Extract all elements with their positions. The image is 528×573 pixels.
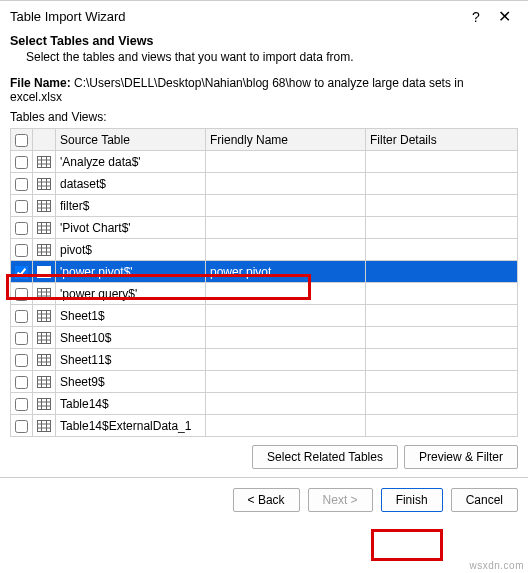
row-filter-details[interactable]: [366, 217, 518, 239]
header-source-table[interactable]: Source Table: [56, 129, 206, 151]
row-checkbox[interactable]: [15, 200, 28, 213]
header-description: Select the tables and views that you wan…: [10, 48, 518, 64]
row-filter-details[interactable]: [366, 151, 518, 173]
close-button[interactable]: ✕: [490, 7, 518, 26]
row-filter-details[interactable]: [366, 283, 518, 305]
row-friendly-name[interactable]: [206, 349, 366, 371]
row-checkbox-cell[interactable]: [11, 261, 33, 283]
row-checkbox-cell[interactable]: [11, 195, 33, 217]
row-friendly-name[interactable]: [206, 217, 366, 239]
row-checkbox[interactable]: [15, 288, 28, 301]
table-row[interactable]: 'power query$': [11, 283, 518, 305]
finish-button[interactable]: Finish: [381, 488, 443, 512]
table-row[interactable]: Sheet11$: [11, 349, 518, 371]
table-row[interactable]: 'power pivot$'power pivot: [11, 261, 518, 283]
table-icon: [37, 332, 51, 344]
row-source-table[interactable]: dataset$: [56, 173, 206, 195]
preview-filter-button[interactable]: Preview & Filter: [404, 445, 518, 469]
row-friendly-name[interactable]: power pivot: [206, 261, 366, 283]
row-friendly-name[interactable]: [206, 305, 366, 327]
row-checkbox-cell[interactable]: [11, 371, 33, 393]
table-row[interactable]: Sheet1$: [11, 305, 518, 327]
row-filter-details[interactable]: [366, 415, 518, 437]
row-checkbox-cell[interactable]: [11, 239, 33, 261]
row-source-table[interactable]: Sheet1$: [56, 305, 206, 327]
row-friendly-name[interactable]: [206, 327, 366, 349]
row-checkbox[interactable]: [15, 354, 28, 367]
row-checkbox[interactable]: [15, 222, 28, 235]
row-friendly-name[interactable]: [206, 173, 366, 195]
row-checkbox[interactable]: [15, 376, 28, 389]
row-friendly-name[interactable]: [206, 393, 366, 415]
row-source-table[interactable]: 'Analyze data$': [56, 151, 206, 173]
table-row[interactable]: filter$: [11, 195, 518, 217]
table-row[interactable]: Sheet10$: [11, 327, 518, 349]
row-checkbox-cell[interactable]: [11, 173, 33, 195]
row-checkbox-cell[interactable]: [11, 283, 33, 305]
row-filter-details[interactable]: [366, 393, 518, 415]
row-source-table[interactable]: Table14$ExternalData_1: [56, 415, 206, 437]
row-filter-details[interactable]: [366, 195, 518, 217]
table-icon: [37, 266, 51, 278]
row-filter-details[interactable]: [366, 371, 518, 393]
row-source-table[interactable]: Table14$: [56, 393, 206, 415]
row-source-table[interactable]: Sheet10$: [56, 327, 206, 349]
row-checkbox[interactable]: [15, 156, 28, 169]
row-source-table[interactable]: 'Pivot Chart$': [56, 217, 206, 239]
header-friendly-name[interactable]: Friendly Name: [206, 129, 366, 151]
table-row[interactable]: 'Pivot Chart$': [11, 217, 518, 239]
row-friendly-name[interactable]: [206, 371, 366, 393]
cancel-button[interactable]: Cancel: [451, 488, 518, 512]
row-friendly-name[interactable]: [206, 195, 366, 217]
row-filter-details[interactable]: [366, 305, 518, 327]
select-related-tables-button[interactable]: Select Related Tables: [252, 445, 398, 469]
row-source-table[interactable]: Sheet11$: [56, 349, 206, 371]
table-row[interactable]: Sheet9$: [11, 371, 518, 393]
table-row[interactable]: dataset$: [11, 173, 518, 195]
row-friendly-name[interactable]: [206, 239, 366, 261]
row-friendly-name[interactable]: [206, 415, 366, 437]
row-filter-details[interactable]: [366, 349, 518, 371]
row-icon-cell: [33, 327, 56, 349]
svg-rect-0: [38, 157, 51, 168]
row-checkbox-cell[interactable]: [11, 327, 33, 349]
table-icon: [37, 156, 51, 168]
row-filter-details[interactable]: [366, 327, 518, 349]
row-checkbox[interactable]: [15, 420, 28, 433]
row-checkbox-cell[interactable]: [11, 393, 33, 415]
table-row[interactable]: Table14$: [11, 393, 518, 415]
row-friendly-name[interactable]: [206, 151, 366, 173]
row-source-table[interactable]: 'power pivot$': [56, 261, 206, 283]
row-checkbox[interactable]: [15, 398, 28, 411]
row-source-table[interactable]: pivot$: [56, 239, 206, 261]
tables-grid[interactable]: Source Table Friendly Name Filter Detail…: [10, 128, 518, 437]
row-filter-details[interactable]: [366, 173, 518, 195]
row-checkbox-cell[interactable]: [11, 415, 33, 437]
row-source-table[interactable]: filter$: [56, 195, 206, 217]
row-filter-details[interactable]: [366, 239, 518, 261]
wizard-header: Select Tables and Views Select the table…: [0, 30, 528, 72]
help-button[interactable]: ?: [462, 9, 490, 25]
row-checkbox-cell[interactable]: [11, 217, 33, 239]
table-row[interactable]: pivot$: [11, 239, 518, 261]
header-filter-details[interactable]: Filter Details: [366, 129, 518, 151]
row-checkbox[interactable]: [15, 266, 28, 279]
row-checkbox[interactable]: [15, 178, 28, 191]
select-all-checkbox[interactable]: [15, 134, 28, 147]
svg-rect-40: [38, 333, 51, 344]
row-checkbox[interactable]: [15, 244, 28, 257]
row-checkbox-cell[interactable]: [11, 305, 33, 327]
table-row[interactable]: Table14$ExternalData_1: [11, 415, 518, 437]
row-checkbox[interactable]: [15, 310, 28, 323]
row-source-table[interactable]: 'power query$': [56, 283, 206, 305]
window-title: Table Import Wizard: [10, 9, 462, 24]
header-checkbox-cell[interactable]: [11, 129, 33, 151]
back-button[interactable]: < Back: [233, 488, 300, 512]
row-checkbox-cell[interactable]: [11, 349, 33, 371]
row-filter-details[interactable]: [366, 261, 518, 283]
row-source-table[interactable]: Sheet9$: [56, 371, 206, 393]
table-row[interactable]: 'Analyze data$': [11, 151, 518, 173]
row-checkbox-cell[interactable]: [11, 151, 33, 173]
row-checkbox[interactable]: [15, 332, 28, 345]
row-friendly-name[interactable]: [206, 283, 366, 305]
